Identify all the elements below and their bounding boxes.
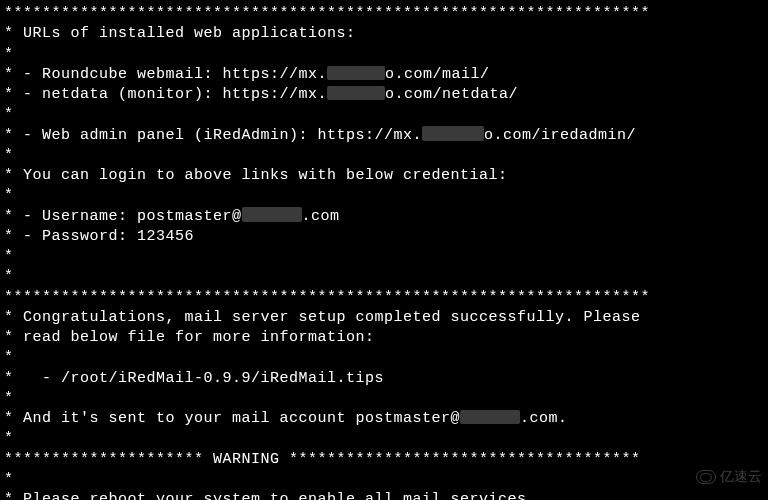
user-pre: - Username: postmaster@ (14, 208, 242, 225)
urls-header: * URLs of installed web applications: (4, 24, 768, 44)
watermark-text: 亿速云 (720, 467, 762, 486)
redacted-domain (460, 410, 520, 424)
warning-separator: ********************* WARNING **********… (4, 450, 768, 470)
text: read below file for more information: (14, 329, 375, 346)
admin-post: o.com/iredadmin/ (484, 127, 636, 144)
tips-path: * - /root/iRedMail-0.9.9/iRedMail.tips (4, 369, 768, 389)
warn-word: WARNING (204, 451, 290, 468)
redacted-domain (242, 207, 302, 221)
star: * (4, 228, 14, 245)
cloud-icon (696, 470, 716, 484)
admin-line: * - Web admin panel (iRedAdmin): https:/… (4, 126, 768, 146)
password-line: * - Password: 123456 (4, 227, 768, 247)
sent-line: * And it's sent to your mail account pos… (4, 409, 768, 429)
star: * (4, 167, 14, 184)
user-post: .com (302, 208, 340, 225)
text: Congratulations, mail server setup compl… (14, 309, 641, 326)
star-line: * (4, 247, 768, 267)
login-intro: * You can login to above links with belo… (4, 166, 768, 186)
roundcube-post: o.com/mail/ (385, 66, 490, 83)
star: * (4, 329, 14, 346)
username-line: * - Username: postmaster@.com (4, 207, 768, 227)
text: URLs of installed web applications: (14, 25, 356, 42)
roundcube-line: * - Roundcube webmail: https://mx.o.com/… (4, 65, 768, 85)
netdata-pre: - netdata (monitor): https://mx. (14, 86, 328, 103)
star-line: * (4, 186, 768, 206)
warn-pre: ********************* (4, 451, 204, 468)
star: * (4, 208, 14, 225)
reboot-line: * Please reboot your system to enable al… (4, 490, 768, 500)
congrats-line-2: * read below file for more information: (4, 328, 768, 348)
star: * (4, 491, 14, 500)
separator-mid: ****************************************… (4, 288, 768, 308)
separator-top: ****************************************… (4, 4, 768, 24)
star-line: * (4, 348, 768, 368)
redacted-domain (327, 66, 385, 80)
sent-pre: And it's sent to your mail account postm… (14, 410, 461, 427)
star: * (4, 370, 14, 387)
redacted-domain (327, 86, 385, 100)
admin-pre: - Web admin panel (iRedAdmin): https://m… (14, 127, 423, 144)
sent-post: .com. (520, 410, 568, 427)
roundcube-pre: - Roundcube webmail: https://mx. (14, 66, 328, 83)
text: - Password: 123456 (14, 228, 195, 245)
watermark: 亿速云 (696, 467, 762, 486)
star-line: * (4, 470, 768, 490)
star: * (4, 86, 14, 103)
star: * (4, 66, 14, 83)
star: * (4, 25, 14, 42)
star-line: * (4, 389, 768, 409)
star-line: * (4, 429, 768, 449)
star-line: * (4, 146, 768, 166)
star: * (4, 410, 14, 427)
star-line: * (4, 105, 768, 125)
congrats-line-1: * Congratulations, mail server setup com… (4, 308, 768, 328)
text: - /root/iRedMail-0.9.9/iRedMail.tips (14, 370, 385, 387)
text: You can login to above links with below … (14, 167, 508, 184)
redacted-domain (422, 126, 484, 140)
star-line: * (4, 45, 768, 65)
star-line: * (4, 267, 768, 287)
netdata-line: * - netdata (monitor): https://mx.o.com/… (4, 85, 768, 105)
text: Please reboot your system to enable all … (14, 491, 537, 500)
star: * (4, 127, 14, 144)
star: * (4, 309, 14, 326)
netdata-post: o.com/netdata/ (385, 86, 518, 103)
warn-post: ************************************* (289, 451, 641, 468)
